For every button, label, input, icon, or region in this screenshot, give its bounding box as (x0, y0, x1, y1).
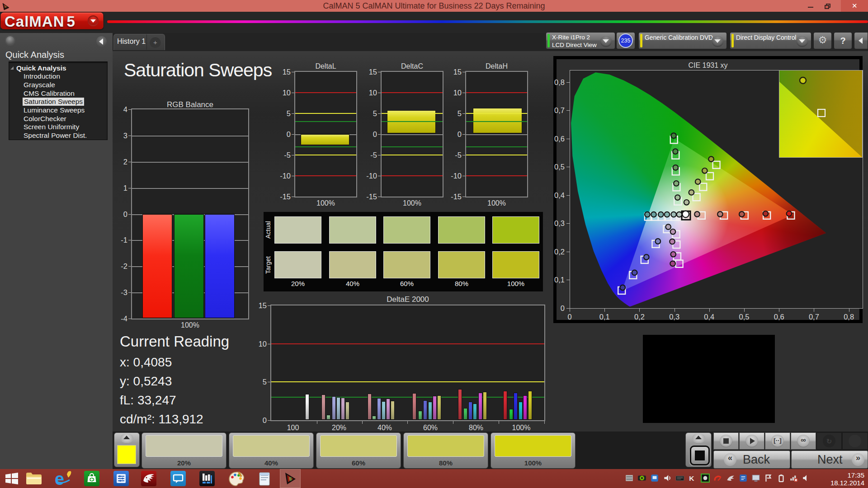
svg-text:e: e (55, 470, 64, 488)
svg-text:5: 5 (289, 477, 292, 482)
svg-text:K: K (689, 474, 694, 482)
